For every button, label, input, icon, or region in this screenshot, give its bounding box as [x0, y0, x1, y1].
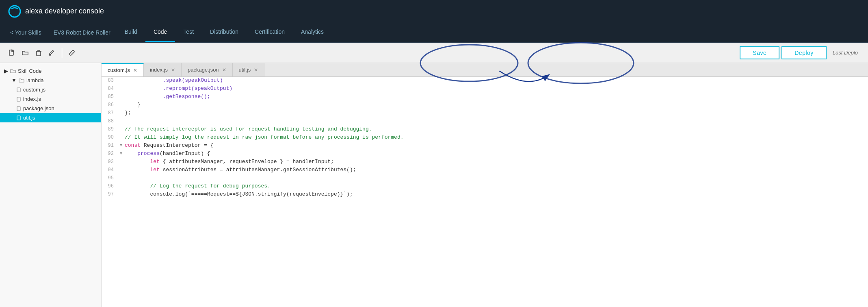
file-tree: ▶ Skill Code ▼ lambda custom.js index.js… — [0, 63, 102, 307]
last-deploy-label: Last Deplo — [829, 50, 862, 56]
tree-label-lambda: lambda — [26, 77, 44, 83]
tab-test[interactable]: Test — [175, 22, 202, 42]
tree-label-package-json: package.json — [23, 105, 54, 111]
close-tab-util-js[interactable]: ✕ — [254, 67, 258, 72]
tab-certification[interactable]: Certification — [247, 22, 293, 42]
editor-tab-custom-js[interactable]: custom.js ✕ — [102, 63, 144, 76]
tree-label-custom-js: custom.js — [23, 87, 45, 93]
editor-tab-index-js[interactable]: index.js ✕ — [144, 63, 182, 76]
tree-item-custom-js[interactable]: custom.js — [0, 85, 101, 94]
skill-name: EV3 Robot Dice Roller — [48, 22, 117, 42]
code-line-90: 90 // It will simply log the request in … — [102, 134, 868, 142]
app-title: alexa developer console — [25, 7, 104, 15]
save-button[interactable]: Save — [740, 46, 779, 59]
delete-icon[interactable] — [33, 47, 44, 59]
new-folder-icon[interactable] — [19, 47, 31, 59]
file-icon-package — [16, 106, 21, 111]
nav-bar: < Your Skills EV3 Robot Dice Roller Buil… — [0, 22, 868, 43]
code-line-95: 95 — [102, 174, 868, 183]
file-icon — [16, 87, 21, 92]
editor-tab-package-json[interactable]: package.json ✕ — [182, 63, 233, 76]
svg-rect-6 — [17, 116, 20, 120]
code-line-89: 89 // The request interceptor is used fo… — [102, 126, 868, 134]
svg-rect-2 — [37, 51, 41, 56]
editor-tab-util-js[interactable]: util.js ✕ — [233, 63, 265, 76]
tab-analytics[interactable]: Analytics — [293, 22, 332, 42]
svg-rect-3 — [17, 88, 20, 92]
tree-item-index-js[interactable]: index.js — [0, 94, 101, 104]
close-tab-custom-js[interactable]: ✕ — [133, 68, 137, 73]
tree-label-index-js: index.js — [23, 96, 41, 102]
code-line-96: 96 // Log the request for debug purposes… — [102, 183, 868, 191]
code-line-91: 91 ▼ const RequestInterceptor = { — [102, 142, 868, 150]
tab-label-util-js: util.js — [239, 67, 251, 73]
code-line-93: 93 let { attributesManager, requestEnvel… — [102, 158, 868, 166]
code-line-92: 92 ▼ process(handlerInput) { — [102, 150, 868, 158]
tree-label-skill-code: Skill Code — [18, 68, 42, 74]
tree-item-package-json[interactable]: package.json — [0, 104, 101, 113]
tab-code[interactable]: Code — [145, 22, 175, 42]
code-line-94: 94 let sessionAttributes = attributesMan… — [102, 166, 868, 174]
new-file-icon[interactable] — [6, 47, 17, 59]
tree-item-util-js[interactable]: util.js — [0, 113, 101, 122]
back-to-skills[interactable]: < Your Skills — [4, 22, 48, 42]
edit-icon[interactable] — [46, 47, 58, 59]
toolbar-divider — [62, 48, 62, 58]
folder-icon — [10, 68, 16, 74]
code-line-85: 85 .getResponse(); — [102, 93, 868, 101]
tree-item-lambda[interactable]: ▼ lambda — [0, 76, 101, 85]
toolbar: Save Deploy Last Deplo — [0, 43, 868, 63]
tab-build[interactable]: Build — [117, 22, 145, 42]
close-tab-package-json[interactable]: ✕ — [222, 67, 226, 72]
file-icon-index — [16, 97, 21, 102]
code-line-88: 88 — [102, 118, 868, 126]
alexa-logo-icon — [8, 5, 21, 18]
code-line-86: 86 } — [102, 101, 868, 109]
svg-rect-4 — [17, 97, 20, 101]
code-line-97: 97 console.log(`=====Request==${JSON.str… — [102, 191, 868, 199]
main-content: ▶ Skill Code ▼ lambda custom.js index.js… — [0, 63, 868, 307]
link-icon[interactable] — [66, 47, 78, 59]
folder-open-icon — [19, 78, 24, 83]
tree-item-skill-code[interactable]: ▶ Skill Code — [0, 66, 101, 76]
top-bar: alexa developer console — [0, 0, 868, 22]
editor-area: custom.js ✕ index.js ✕ package.json ✕ ut… — [102, 63, 868, 307]
tab-distribution[interactable]: Distribution — [202, 22, 247, 42]
code-line-84: 84 .reprompt(speakOutput) — [102, 85, 868, 93]
tree-label-util-js: util.js — [23, 115, 35, 121]
svg-rect-5 — [17, 107, 20, 111]
tab-label-package-json: package.json — [188, 67, 219, 73]
editor-tabs: custom.js ✕ index.js ✕ package.json ✕ ut… — [102, 63, 868, 77]
tab-label-custom-js: custom.js — [108, 67, 130, 73]
logo-area: alexa developer console — [8, 5, 104, 18]
deploy-button[interactable]: Deploy — [781, 46, 827, 59]
file-icon-util — [16, 115, 21, 120]
code-line-83: 83 .speak(speakOutput) — [102, 77, 868, 85]
code-content[interactable]: 83 .speak(speakOutput) 84 .reprompt(spea… — [102, 77, 868, 307]
code-line-87: 87 }; — [102, 109, 868, 118]
close-tab-index-js[interactable]: ✕ — [171, 67, 175, 72]
tab-label-index-js: index.js — [150, 67, 168, 73]
